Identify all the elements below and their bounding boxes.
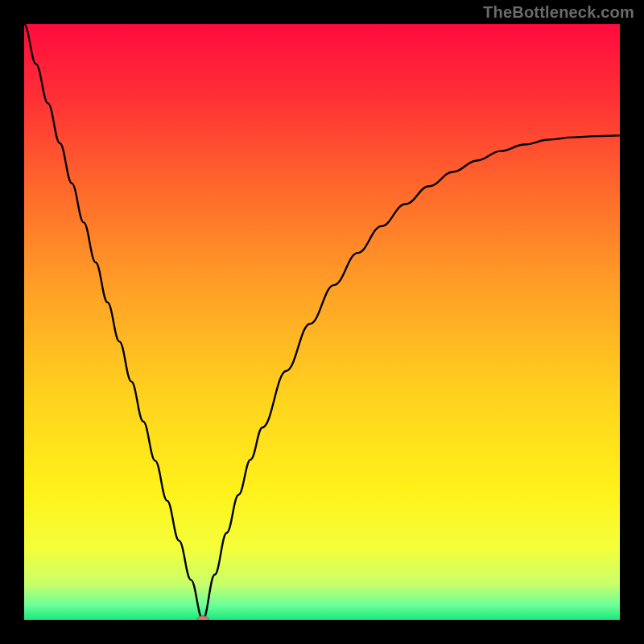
chart-svg xyxy=(24,24,620,620)
chart-frame: TheBottleneck.com xyxy=(0,0,644,644)
watermark-label: TheBottleneck.com xyxy=(483,3,634,22)
plot-area xyxy=(24,24,620,620)
